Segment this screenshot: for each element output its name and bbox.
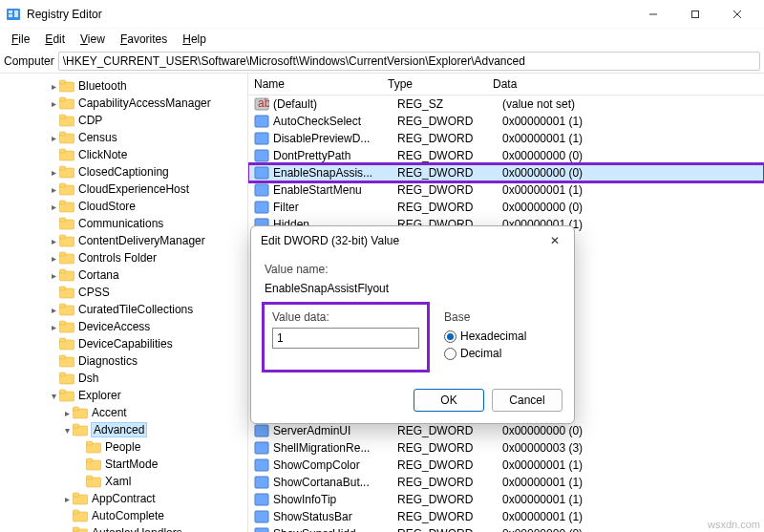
list-row[interactable]: ShowSuperHidd...REG_DWORD0x00000000 (0) bbox=[248, 525, 764, 532]
tree-item[interactable]: ▸Bluetooth bbox=[0, 77, 247, 95]
cell-name: DisablePreviewD... bbox=[273, 132, 397, 145]
menu-help[interactable]: Help bbox=[175, 31, 214, 48]
tree-item[interactable]: ▸Controls Folder bbox=[0, 249, 247, 266]
tree-item[interactable]: Communications bbox=[0, 215, 247, 232]
list-row[interactable]: ShowStatusBarREG_DWORD0x00000001 (1) bbox=[248, 508, 764, 525]
list-row[interactable]: ShellMigrationRe...REG_DWORD0x00000003 (… bbox=[248, 439, 764, 457]
chevron-icon[interactable]: ▸ bbox=[48, 322, 59, 332]
cancel-button[interactable]: Cancel bbox=[492, 389, 562, 412]
maximize-button[interactable] bbox=[674, 1, 716, 28]
tree-item[interactable]: AutoComplete bbox=[0, 507, 247, 524]
svg-rect-121 bbox=[261, 496, 264, 499]
tree-item[interactable]: ▸DeviceAccess bbox=[0, 318, 247, 335]
tree-item-label: CDP bbox=[78, 114, 102, 127]
chevron-icon[interactable]: ▸ bbox=[48, 167, 59, 178]
radio-decimal[interactable]: Decimal bbox=[444, 347, 526, 360]
dword-icon bbox=[254, 165, 269, 181]
list-row[interactable]: AutoCheckSelectREG_DWORD0x00000001 (1) bbox=[248, 113, 764, 130]
chevron-icon[interactable]: ▸ bbox=[48, 98, 59, 109]
list-row[interactable]: EnableStartMenuREG_DWORD0x00000001 (1) bbox=[248, 181, 764, 199]
tree-item[interactable]: CDP bbox=[0, 112, 247, 129]
tree-item[interactable]: Diagnostics bbox=[0, 352, 247, 370]
menu-favorites[interactable]: Favorites bbox=[113, 31, 175, 48]
list-row[interactable]: ab(Default)REG_SZ(value not set) bbox=[248, 96, 764, 113]
svg-rect-112 bbox=[257, 465, 260, 468]
chevron-icon[interactable]: ▸ bbox=[48, 236, 59, 246]
list-row[interactable]: ShowCortanaBut...REG_DWORD0x00000001 (1) bbox=[248, 474, 764, 491]
list-row[interactable]: EnableSnapAssis...REG_DWORD0x00000000 (0… bbox=[248, 164, 764, 181]
tree-view[interactable]: ▸Bluetooth▸CapabilityAccessManagerCDP▸Ce… bbox=[0, 74, 248, 532]
list-row[interactable]: ShowCompColorREG_DWORD0x00000001 (1) bbox=[248, 457, 764, 474]
chevron-icon[interactable]: ▾ bbox=[48, 391, 59, 401]
chevron-icon[interactable]: ▾ bbox=[61, 425, 73, 436]
col-header-type[interactable]: Type bbox=[382, 74, 487, 95]
tree-item[interactable]: ▸Cortana bbox=[0, 266, 247, 284]
value-data-group: Value data: bbox=[265, 305, 427, 370]
svg-rect-70 bbox=[257, 135, 260, 138]
list-row[interactable]: ShowInfoTipREG_DWORD0x00000001 (1) bbox=[248, 491, 764, 508]
chevron-icon[interactable]: ▸ bbox=[48, 184, 59, 195]
value-data-input[interactable] bbox=[272, 328, 419, 349]
address-label: Computer bbox=[4, 54, 54, 68]
tree-item[interactable]: ▾Explorer bbox=[0, 387, 247, 404]
cell-name: ShowInfoTip bbox=[273, 493, 397, 506]
tree-item[interactable]: ▸ContentDeliveryManager bbox=[0, 232, 247, 249]
cell-name: ShowCompColor bbox=[273, 458, 397, 472]
tree-item[interactable]: People bbox=[0, 438, 247, 456]
chevron-icon[interactable]: ▸ bbox=[48, 202, 59, 212]
tree-item[interactable]: ▸CloudStore bbox=[0, 198, 247, 215]
list-row[interactable]: DisablePreviewD...REG_DWORD0x00000001 (1… bbox=[248, 130, 764, 147]
tree-item[interactable]: ▾Advanced bbox=[0, 421, 247, 438]
tree-item[interactable]: ▸ClosedCaptioning bbox=[0, 163, 247, 181]
tree-item[interactable]: StartMode bbox=[0, 456, 247, 473]
minimize-button[interactable] bbox=[632, 1, 674, 28]
svg-rect-43 bbox=[60, 372, 66, 376]
svg-rect-76 bbox=[261, 152, 264, 155]
tree-item[interactable]: ▸CloudExperienceHost bbox=[0, 181, 247, 198]
list-row[interactable]: DontPrettyPathREG_DWORD0x00000000 (0) bbox=[248, 147, 764, 164]
dialog-titlebar[interactable]: Edit DWORD (32-bit) Value ✕ bbox=[251, 226, 574, 255]
svg-text:ab: ab bbox=[258, 96, 269, 110]
chevron-icon[interactable]: ▸ bbox=[61, 528, 73, 533]
tree-item[interactable]: Dsh bbox=[0, 370, 247, 387]
svg-rect-13 bbox=[60, 115, 66, 118]
menu-edit[interactable]: Edit bbox=[37, 31, 73, 48]
tree-item[interactable]: ▸Census bbox=[0, 129, 247, 146]
tree-item[interactable]: Xaml bbox=[0, 473, 247, 490]
cell-data: 0x00000001 (1) bbox=[502, 132, 764, 145]
tree-item[interactable]: ClickNote bbox=[0, 146, 247, 163]
radio-hexadecimal[interactable]: Hexadecimal bbox=[444, 330, 526, 343]
col-header-name[interactable]: Name bbox=[248, 74, 382, 95]
list-row[interactable]: ServerAdminUIREG_DWORD0x00000000 (0) bbox=[248, 422, 764, 439]
col-header-data[interactable]: Data bbox=[487, 74, 764, 95]
menu-file[interactable]: File bbox=[4, 31, 37, 48]
tree-item[interactable]: CPSS bbox=[0, 284, 247, 301]
list-row[interactable]: FilterREG_DWORD0x00000000 (0) bbox=[248, 199, 764, 216]
chevron-icon[interactable]: ▸ bbox=[48, 81, 59, 92]
menu-view[interactable]: View bbox=[73, 31, 113, 48]
svg-rect-61 bbox=[74, 527, 79, 531]
tree-item[interactable]: ▸AppContract bbox=[0, 490, 247, 507]
ok-button[interactable]: OK bbox=[414, 389, 484, 412]
tree-item[interactable]: ▸AutoplayHandlers bbox=[0, 524, 247, 532]
address-input[interactable] bbox=[58, 52, 760, 71]
svg-rect-71 bbox=[261, 135, 264, 138]
tree-item[interactable]: ▸CapabilityAccessManager bbox=[0, 95, 247, 112]
chevron-icon[interactable]: ▸ bbox=[61, 494, 73, 504]
svg-rect-49 bbox=[74, 424, 79, 428]
tree-item[interactable]: ▸CuratedTileCollections bbox=[0, 301, 247, 318]
chevron-icon[interactable]: ▸ bbox=[48, 305, 59, 315]
tree-item[interactable]: DeviceCapabilities bbox=[0, 335, 247, 352]
chevron-icon[interactable]: ▸ bbox=[48, 270, 59, 281]
dword-icon bbox=[254, 423, 269, 438]
dialog-close-button[interactable]: ✕ bbox=[545, 234, 564, 247]
chevron-icon[interactable]: ▸ bbox=[48, 133, 59, 143]
cell-type: REG_DWORD bbox=[397, 149, 502, 162]
tree-item[interactable]: ▸Accent bbox=[0, 404, 247, 421]
cell-data: 0x00000001 (1) bbox=[502, 493, 764, 506]
chevron-icon[interactable]: ▸ bbox=[48, 253, 59, 264]
svg-rect-9 bbox=[60, 80, 66, 84]
svg-rect-96 bbox=[261, 221, 264, 223]
close-button[interactable] bbox=[716, 1, 758, 28]
chevron-icon[interactable]: ▸ bbox=[61, 408, 73, 418]
